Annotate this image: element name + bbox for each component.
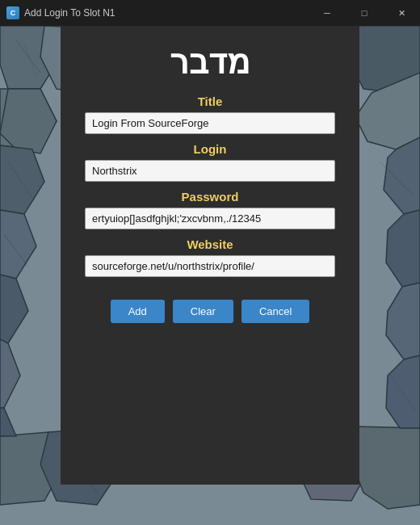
- login-input[interactable]: [85, 160, 335, 182]
- password-label: Password: [85, 190, 335, 204]
- window-controls: ─ □ ✕: [309, 0, 420, 26]
- add-button[interactable]: Add: [111, 300, 165, 323]
- clear-button[interactable]: Clear: [173, 300, 233, 323]
- login-field-group: Login: [85, 142, 335, 182]
- dialog-heading: מדבר: [170, 42, 250, 82]
- password-input[interactable]: [85, 208, 335, 229]
- minimize-button[interactable]: ─: [309, 0, 346, 26]
- password-field-group: Password: [85, 190, 335, 229]
- login-label: Login: [85, 142, 335, 156]
- website-label: Website: [85, 237, 335, 251]
- title-bar-text: Add Login To Slot N1: [24, 7, 309, 19]
- app-icon: C: [6, 6, 19, 19]
- title-bar: C Add Login To Slot N1 ─ □ ✕: [0, 0, 420, 26]
- title-input[interactable]: [85, 112, 335, 134]
- title-label: Title: [85, 94, 335, 108]
- dialog: מדבר Title Login Password Website Add Cl…: [61, 26, 359, 485]
- title-field-group: Title: [85, 94, 335, 134]
- button-row: Add Clear Cancel: [111, 300, 310, 323]
- close-button[interactable]: ✕: [383, 0, 420, 26]
- maximize-button[interactable]: □: [346, 0, 383, 26]
- cancel-button[interactable]: Cancel: [242, 300, 309, 323]
- website-input[interactable]: [85, 255, 335, 277]
- website-field-group: Website: [85, 237, 335, 277]
